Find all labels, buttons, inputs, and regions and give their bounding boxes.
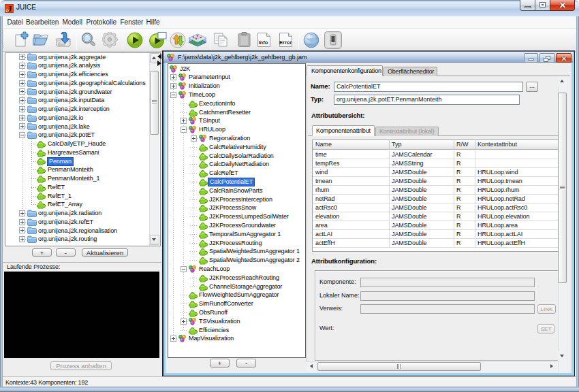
svg-text:Info: Info	[259, 39, 268, 46]
svg-text:Error: Error	[279, 39, 292, 46]
